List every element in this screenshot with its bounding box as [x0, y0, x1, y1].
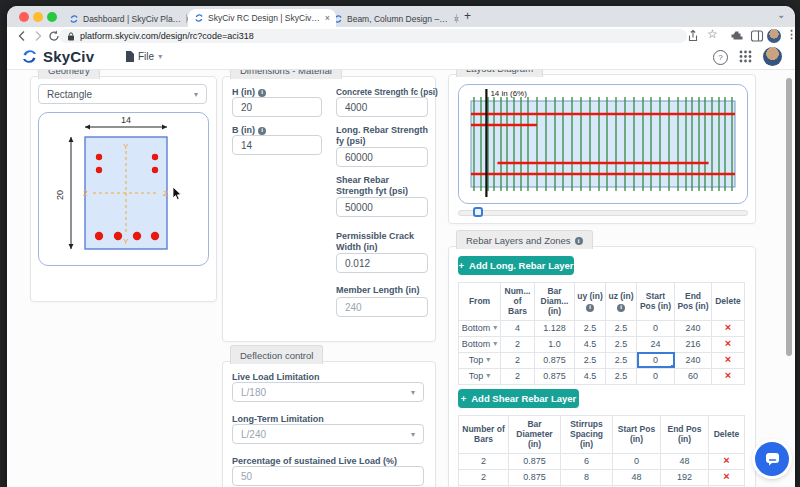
- end-pos-cell[interactable]: 60: [675, 368, 712, 384]
- uy-cell[interactable]: 2.5: [575, 352, 606, 368]
- start-pos-cell[interactable]: 48: [613, 469, 661, 485]
- section-height-dim: 20: [55, 190, 65, 200]
- long-term-select[interactable]: L/240▾: [232, 424, 424, 444]
- add-long-rebar-button[interactable]: +Add Long. Rebar Layer: [458, 256, 574, 275]
- live-load-select[interactable]: L/180▾: [232, 382, 424, 402]
- shear-rebar-row: 2 0.875 6 0 48 ×: [459, 453, 745, 469]
- end-pos-cell[interactable]: 240: [675, 352, 712, 368]
- delete-row-button[interactable]: ×: [709, 469, 745, 485]
- delete-x-icon: ×: [725, 337, 731, 349]
- section-shape-select[interactable]: Rectangle ▾: [38, 84, 207, 104]
- tab-separator: [186, 14, 187, 23]
- file-menu[interactable]: File ▾: [125, 51, 162, 62]
- browser-tab-dashboard[interactable]: Dashboard | SkyCiv Platform ×: [63, 10, 197, 27]
- help-icon[interactable]: ?: [713, 50, 728, 65]
- end-pos-cell[interactable]: 216: [675, 336, 712, 352]
- bar-dia-cell[interactable]: 0.875: [509, 469, 561, 485]
- bar-dia-cell[interactable]: 0.875: [535, 352, 575, 368]
- bar-dia-cell[interactable]: 1.0: [535, 336, 575, 352]
- delete-row-button[interactable]: ×: [709, 453, 745, 469]
- page-scrollbar-thumb[interactable]: [786, 78, 792, 356]
- browser-toolbar: platform.skyciv.com/design/rc?code=aci31…: [7, 27, 795, 45]
- uy-cell[interactable]: 4.5: [575, 336, 606, 352]
- tabstrip-chevron-down-icon[interactable]: ⌄: [777, 9, 785, 20]
- num-bars-cell[interactable]: 4: [501, 320, 535, 336]
- browser-profile-avatar[interactable]: [767, 29, 781, 43]
- tab-close-icon[interactable]: ×: [325, 13, 330, 23]
- from-select[interactable]: Bottom▾: [459, 320, 501, 336]
- start-pos-cell[interactable]: 0: [637, 368, 675, 384]
- num-bars-cell[interactable]: 2: [501, 368, 535, 384]
- from-select[interactable]: Top▾: [459, 368, 501, 384]
- uz-cell[interactable]: 2.5: [606, 352, 637, 368]
- long-rebar-table: From Num... of Bars Bar Diam... (in) uy …: [458, 282, 745, 385]
- member-length-input[interactable]: 240: [336, 297, 428, 317]
- apps-grid-icon[interactable]: [739, 50, 752, 63]
- skyciv-favicon-icon: [69, 14, 79, 24]
- browser-tab-beam-column[interactable]: Beam, Column Design – Stand ×: [327, 10, 465, 27]
- bookmark-star-icon[interactable]: ☆: [707, 27, 721, 41]
- window-close-button[interactable]: [19, 12, 29, 22]
- uz-cell[interactable]: 2.5: [606, 336, 637, 352]
- sustained-load-input[interactable]: 50: [232, 466, 424, 486]
- user-avatar[interactable]: [763, 47, 782, 66]
- uy-cell[interactable]: 2.5: [575, 320, 606, 336]
- section-width-dim: 14: [121, 115, 131, 125]
- side-panel-icon[interactable]: [750, 29, 764, 43]
- start-pos-cell[interactable]: 24: [637, 336, 675, 352]
- forward-icon[interactable]: [31, 29, 45, 43]
- crack-width-input[interactable]: 0.012: [336, 253, 428, 273]
- start-pos-cell-selected[interactable]: 0: [637, 352, 675, 368]
- fc-input[interactable]: 4000: [336, 97, 428, 117]
- uy-cell[interactable]: 4.5: [575, 368, 606, 384]
- info-icon[interactable]: i: [575, 237, 583, 245]
- tab-separator: [456, 14, 457, 23]
- window-minimize-button[interactable]: [33, 12, 43, 22]
- info-icon[interactable]: i: [258, 89, 266, 97]
- kebab-menu-icon[interactable]: ⋮: [786, 28, 795, 42]
- back-icon[interactable]: [15, 29, 29, 43]
- end-pos-cell[interactable]: 192: [661, 469, 709, 485]
- share-icon[interactable]: [686, 29, 700, 43]
- spacing-cell[interactable]: 8: [561, 469, 613, 485]
- delete-row-button[interactable]: ×: [712, 352, 745, 368]
- position-slider-handle[interactable]: [473, 207, 483, 217]
- skyciv-logo[interactable]: SkyCiv: [21, 48, 94, 65]
- b-input[interactable]: 14: [232, 135, 322, 155]
- num-bars-cell[interactable]: 2: [501, 352, 535, 368]
- info-icon[interactable]: i: [586, 304, 594, 312]
- bar-dia-cell[interactable]: 1.128: [535, 320, 575, 336]
- fyt-input[interactable]: 50000: [336, 197, 428, 217]
- from-select[interactable]: Bottom▾: [459, 336, 501, 352]
- end-pos-cell[interactable]: 48: [661, 453, 709, 469]
- num-bars-cell[interactable]: 2: [459, 453, 509, 469]
- fy-input[interactable]: 60000: [336, 147, 428, 167]
- end-pos-cell[interactable]: 240: [675, 320, 712, 336]
- add-shear-rebar-button[interactable]: +Add Shear Rebar Layer: [458, 389, 579, 408]
- info-icon[interactable]: i: [617, 304, 625, 312]
- bar-dia-cell[interactable]: 0.875: [509, 453, 561, 469]
- uz-cell[interactable]: 2.5: [606, 320, 637, 336]
- spacing-cell[interactable]: 6: [561, 453, 613, 469]
- delete-row-button[interactable]: ×: [712, 320, 745, 336]
- info-icon[interactable]: i: [258, 127, 266, 135]
- window-zoom-button[interactable]: [47, 12, 57, 22]
- position-slider[interactable]: [458, 210, 748, 216]
- start-pos-cell[interactable]: 0: [613, 453, 661, 469]
- bar-dia-cell[interactable]: 0.875: [535, 368, 575, 384]
- from-select[interactable]: Top▾: [459, 352, 501, 368]
- extensions-icon[interactable]: [730, 29, 744, 43]
- num-bars-cell[interactable]: 2: [459, 469, 509, 485]
- beam-cursor-label: 14 in (6%): [490, 89, 527, 98]
- h-input[interactable]: 20: [232, 97, 322, 117]
- delete-row-button[interactable]: ×: [712, 336, 745, 352]
- skyciv-logo-icon: [21, 48, 38, 65]
- uz-cell[interactable]: 2.5: [606, 368, 637, 384]
- browser-tab-rc-design-active[interactable]: SkyCiv RC Design | SkyCiv Plat ×: [188, 9, 336, 27]
- new-tab-icon[interactable]: +: [464, 9, 471, 23]
- num-bars-cell[interactable]: 2: [501, 336, 535, 352]
- address-bar[interactable]: platform.skyciv.com/design/rc?code=aci31…: [59, 29, 687, 43]
- chat-widget-button[interactable]: [755, 442, 789, 476]
- start-pos-cell[interactable]: 0: [637, 320, 675, 336]
- delete-row-button[interactable]: ×: [712, 368, 745, 384]
